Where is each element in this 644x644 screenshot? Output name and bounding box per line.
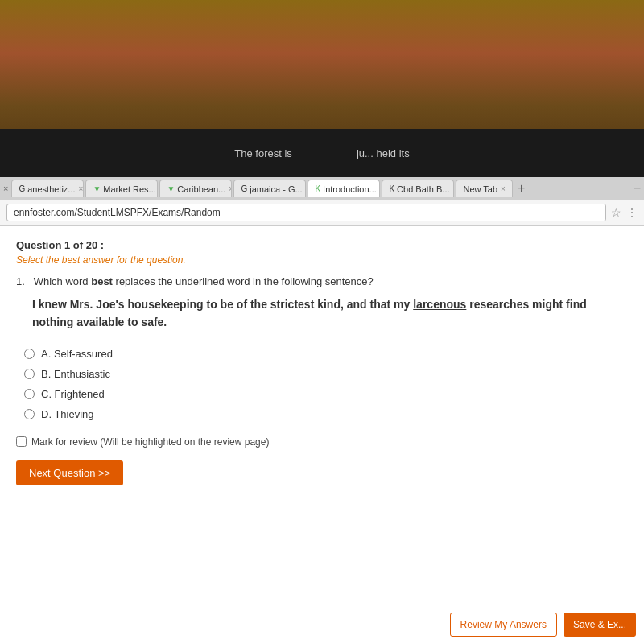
radio-c[interactable] [24,389,35,399]
tab-close-cbd[interactable]: × [453,184,455,193]
tab-market[interactable]: ▼ Market Res... × [85,180,158,197]
tab-label-jamaica: jamaica - G... [250,184,302,194]
tab-close-intro[interactable]: × [380,184,381,193]
review-answers-button[interactable]: Review My Answers [450,613,557,637]
radio-a[interactable] [24,349,35,359]
tab-label-market: Market Res... [103,184,155,194]
new-tab-button[interactable]: + [514,181,528,196]
tab-caribbean[interactable]: ▼ Caribbean... × [159,180,232,197]
option-a[interactable]: A. Self-assured [24,348,628,360]
address-bar-row: ☆ ⋮ [0,200,644,225]
photo-overlay: The forest is ju... held its [0,129,644,177]
browser-chrome: × G anesthetiz... × ▼ Market Res... × ▼ … [0,177,644,226]
option-d[interactable]: D. Thieving [24,408,628,420]
overlay-text-right: ju... held its [357,147,410,159]
tab-icon-caribbean: ▼ [167,184,175,193]
option-c-label: C. Frightened [41,388,105,400]
tab-label-cbd: Cbd Bath B... [397,184,449,194]
mark-review-label: Mark for review (Will be highlighted on … [31,436,269,448]
tab-icon-cbd: K [389,184,394,193]
question-number: 1. [16,275,25,287]
option-d-label: D. Thieving [41,408,94,420]
radio-b[interactable] [24,369,35,379]
radio-d[interactable] [24,409,35,419]
tab-label-newtab: New Tab [463,184,497,194]
tab-bar: × G anesthetiz... × ▼ Market Res... × ▼ … [0,177,644,200]
question-number-text: 1. Which word best replaces the underlin… [16,275,628,287]
photo-area: The forest is ju... held its [0,0,644,177]
tab-close-anesthetiz[interactable]: × [79,184,84,193]
tab-jamaica[interactable]: G jamaica - G... × [233,180,306,197]
tab-icon-market: ▼ [93,184,101,193]
settings-icon[interactable]: ⋮ [626,206,638,219]
minimize-icon[interactable]: − [634,181,641,196]
option-a-label: A. Self-assured [41,348,113,360]
tab-anesthetiz[interactable]: G anesthetiz... × [11,180,84,197]
question-header: Question 1 of 20 : [16,239,628,251]
tab-icon-google: G [19,184,25,193]
tab-introduction[interactable]: K Introduction... × [308,180,380,197]
instruction-text: Select the best answer for the question. [16,254,628,266]
window-close-icon[interactable]: × [3,184,8,193]
page-content: Question 1 of 20 : Select the best answe… [0,226,644,644]
tab-close-newtab[interactable]: × [501,184,506,193]
tab-label-anesthetiz: anesthetiz... [27,184,75,194]
address-bar-input[interactable] [6,204,606,221]
tab-label-caribbean: Caribbean... [177,184,225,194]
mark-review-checkbox[interactable] [16,436,27,447]
tab-close-jamaica[interactable]: × [306,184,307,193]
next-question-button[interactable]: Next Question >> [16,460,123,485]
question-text: Which word best replaces the underlined … [34,275,374,287]
tab-newtab[interactable]: New Tab × [456,180,512,197]
tab-close-caribbean[interactable]: × [229,184,232,193]
option-c[interactable]: C. Frightened [24,388,628,400]
bookmark-star-icon[interactable]: ☆ [611,206,621,219]
tab-cbd[interactable]: K Cbd Bath B... × [382,180,454,197]
sentence-block: I knew Mrs. Joe's housekeeping to be of … [32,295,628,332]
mark-review-row: Mark for review (Will be highlighted on … [16,436,628,448]
answer-options: A. Self-assured B. Enthusiastic C. Frigh… [24,348,628,420]
overlay-text-left: The forest is [234,147,292,159]
option-b-label: B. Enthusiastic [41,368,110,380]
underlined-word: larcenous [413,298,466,311]
save-exit-button[interactable]: Save & Ex... [564,613,636,637]
tab-icon-jamaica: G [241,184,247,193]
option-b[interactable]: B. Enthusiastic [24,368,628,380]
tab-label-intro: Introduction... [323,184,377,194]
tab-icon-intro: K [315,184,320,193]
bottom-buttons: Review My Answers Save & Ex... [450,613,636,637]
